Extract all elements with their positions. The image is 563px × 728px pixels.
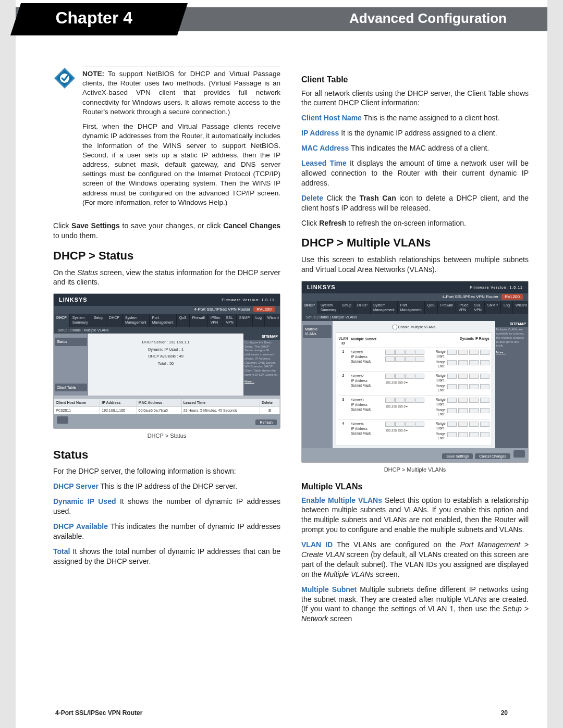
ip-address-label: IP Address xyxy=(301,129,339,137)
header-title: Advanced Configuration xyxy=(349,10,507,27)
status-intro: On the Status screen, view the status in… xyxy=(53,268,280,288)
multiple-subnet-label: Multiple Subnet xyxy=(301,585,357,594)
note-p1: To support NetBIOS for DHCP and Virtual … xyxy=(82,70,280,116)
dhcp-available-label: DHCP Available xyxy=(53,522,108,530)
status-lead: For the DHCP server, the following infor… xyxy=(53,466,280,476)
figure-caption-1: DHCP > Status xyxy=(53,432,280,440)
page-header: Advanced Configuration Chapter 4 xyxy=(16,0,547,38)
figure-caption-2: DHCP > Multiple VLANs xyxy=(301,466,529,474)
left-column: NOTE: To support NetBIOS for DHCP and Vi… xyxy=(53,67,280,629)
total-label: Total xyxy=(53,547,70,556)
mac-address-label: MAC Address xyxy=(301,144,349,152)
client-host-name-label: Client Host Name xyxy=(301,114,362,122)
heading-client-table: Client Table xyxy=(301,74,529,85)
save-line: Click Save Settings to save your changes… xyxy=(53,221,280,241)
footer-product: 4-Port SSL/IPSec VPN Router xyxy=(55,709,142,717)
chapter-chip: Chapter 4 xyxy=(10,3,188,35)
dynamic-ip-used-label: Dynamic IP Used xyxy=(53,497,116,505)
footer-page-number: 20 xyxy=(501,709,508,717)
note-text: NOTE: To support NetBIOS for DHCP and Vi… xyxy=(82,67,280,213)
check-diamond-icon xyxy=(53,67,76,90)
enable-multiple-vlans-label: Enable Multiple VLANs xyxy=(301,496,382,504)
figure-dhcp-status: LINKSYSFirmware Version: 1.0.11 4-Port S… xyxy=(53,293,280,429)
mvlan-intro: Use this screen to establish relationshi… xyxy=(301,255,529,275)
client-intro: For all network clients using the DHCP s… xyxy=(301,89,529,108)
chapter-label: Chapter 4 xyxy=(17,3,183,28)
vlan-id-label: VLAN ID xyxy=(301,540,333,549)
heading-status: Status xyxy=(53,447,280,463)
dhcp-server-label: DHCP Server xyxy=(53,482,99,490)
leased-time-label: Leased Time xyxy=(301,159,347,167)
heading-multiple-vlans: Multiple VLANs xyxy=(301,481,529,492)
delete-label: Delete xyxy=(301,194,323,202)
note-lead: NOTE: xyxy=(82,70,104,78)
page-footer: 4-Port SSL/IPSec VPN Router 20 xyxy=(16,709,547,717)
right-column: Client Table For all network clients usi… xyxy=(301,67,529,629)
figure-multiple-vlans: LINKSYSFirmware Version: 1.0.11 4-Port S… xyxy=(301,281,529,463)
heading-multiple-vlans-path: DHCP > Multiple VLANs xyxy=(301,235,529,251)
note-p2: First, when the DHCP and Virtual Passage… xyxy=(82,122,280,207)
note-box: NOTE: To support NetBIOS for DHCP and Vi… xyxy=(53,67,280,213)
heading-dhcp-status: DHCP > Status xyxy=(53,248,280,264)
